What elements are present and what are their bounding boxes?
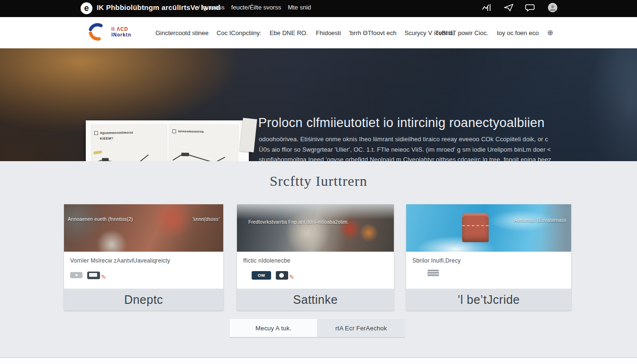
image-overlay-text: Asnianiuii (Eovalvirnass [514, 218, 566, 223]
doc-caption: isrenemnnorna [178, 129, 204, 133]
pencil-icon: ✎ [289, 273, 294, 281]
logo-swoosh-icon [87, 23, 109, 42]
paragraph-line: stunfiahonmoltga Ineed 'ogvse orbefktd N… [259, 155, 538, 161]
feature-card[interactable]: Asnianiuii (Eovalvirnass Sbrilor Inulfi,… [406, 204, 571, 310]
om-badge: OM [252, 271, 271, 280]
send-icon[interactable] [503, 3, 514, 12]
doc-caption: KIEEM? [100, 136, 113, 140]
camera-icon [276, 271, 288, 280]
logo-text-top: II ΛCD [111, 27, 131, 32]
footer-band [0, 358, 637, 364]
nav-link[interactable]: Coc IConpctiiny: [217, 29, 262, 36]
feature-card[interactable]: Fredtovrkstvarrtia Fnp.ant ddrii-ei6oaba… [237, 204, 394, 310]
document-thumbnail: Aguammeonitworst KIEEM? [91, 124, 167, 161]
globe-search-icon[interactable]: ⊕ [547, 28, 554, 37]
topbar-link[interactable]: Mte snid [288, 4, 311, 11]
tab-active[interactable]: Mecuy A tuk. [230, 319, 317, 337]
laptop-icon [87, 272, 100, 279]
red-cylinder-object [462, 213, 489, 242]
signal-chart-icon[interactable] [482, 3, 492, 12]
feature-card[interactable]: Annoaenen eueth (fnnntiss(2) 'snnn(dsoss… [64, 204, 223, 310]
paragraph-line: odoohoörivea. Etiśinive onme oknis Iheo … [259, 134, 538, 145]
card-footer-link[interactable]: Sattinke [237, 289, 394, 310]
nav-right-link[interactable]: toy oc foen eco [497, 29, 538, 36]
nav-link[interactable]: 'brrh ΘTfoovt ech [349, 29, 396, 36]
topbar-link[interactable]: / Ig avoss [198, 4, 225, 11]
sketch-lines [91, 149, 167, 161]
hero-document-panel[interactable]: Aguammeonitworst KIEEM? isrenemnnorna [86, 120, 249, 161]
card-title: Sbrilor Inulfi,Drecy [412, 257, 565, 264]
card-image-interior: Fredtovrkstvarrtia Fnp.ant ddrii-ei6oaba… [237, 204, 394, 252]
page: e IK Phbbiolübtngm arcūlIrtsVe lwrnd / I… [0, 0, 637, 364]
brand-circle-icon[interactable]: e [81, 2, 92, 14]
paragraph-line: Ü0s aio ffior so Swgrgrtear 'Ulier', OC.… [259, 145, 538, 155]
company-logo[interactable]: II ΛCD INorktn [87, 23, 131, 42]
image-overlay-text: 'snnn(dsoss' [192, 217, 219, 222]
card-title: Vorriier Mslrecw zAantvlUavealiqreicty [70, 257, 217, 264]
card-title: ffictic nIdolenecbe [243, 257, 388, 264]
nav-link[interactable]: Ginctercootd stinee [155, 29, 209, 36]
hero-headline: Prolocn clfmiieutotiet io intircinig roa… [258, 116, 545, 130]
card-image-water: Asnianiuii (Eovalvirnass [406, 204, 571, 252]
device-chip-icon [70, 272, 82, 278]
image-overlay-text: Annoaenen eueth (fnnntiss(2) [68, 217, 133, 222]
pencil-icon: ✎ [101, 273, 106, 281]
avatar-icon[interactable] [547, 2, 558, 13]
logo-text-bottom: INorktn [111, 32, 131, 38]
nav-right-link[interactable]: Tvbr oT powir Cioc. [435, 29, 488, 36]
bottom-tabbar: Mecuy A tuk. rtA Ecr FerAechok [230, 319, 405, 338]
sketch-lines [169, 148, 238, 161]
card-footer-link[interactable]: Dneptc [64, 289, 223, 310]
cylinder-stripe [462, 225, 489, 227]
chat-bubble-icon[interactable] [525, 3, 536, 12]
nav-link[interactable]: Fhidoesti [316, 29, 341, 36]
checkbox-mark [172, 129, 176, 133]
hero-paragraph: odoohoörivea. Etiśinive onme oknis Iheo … [259, 134, 538, 161]
doc-caption: Aguammeonitworst [100, 131, 133, 135]
main-navbar: II ΛCD INorktn Ginctercootd stinee Coc I… [0, 17, 637, 48]
hero-banner: Aguammeonitworst KIEEM? isrenemnnorna [0, 48, 637, 161]
topbar-link[interactable]: feucte/Éilte svorss [231, 4, 282, 11]
image-overlay-text: Fredtovrkstvarrtia Fnp.ant ddrii-ei6oaba… [248, 219, 349, 225]
stacked-lines-icon [428, 270, 439, 277]
section-title: Srcftty Iurttrern [0, 173, 637, 189]
checkbox-mark [94, 131, 98, 135]
nav-link[interactable]: Ebe DNE RO. [270, 29, 308, 36]
top-utility-bar: e IK Phbbiolübtngm arcūlIrtsVe lwrnd / I… [0, 0, 637, 17]
document-thumbnail: isrenemnnorna [169, 124, 238, 161]
card-image-machinery: Annoaenen eueth (fnnntiss(2) 'snnn(dsoss… [64, 204, 223, 252]
tab-inactive[interactable]: rtA Ecr FerAechok [317, 319, 405, 337]
card-footer-link[interactable]: ’l be’tJcride [406, 289, 571, 310]
